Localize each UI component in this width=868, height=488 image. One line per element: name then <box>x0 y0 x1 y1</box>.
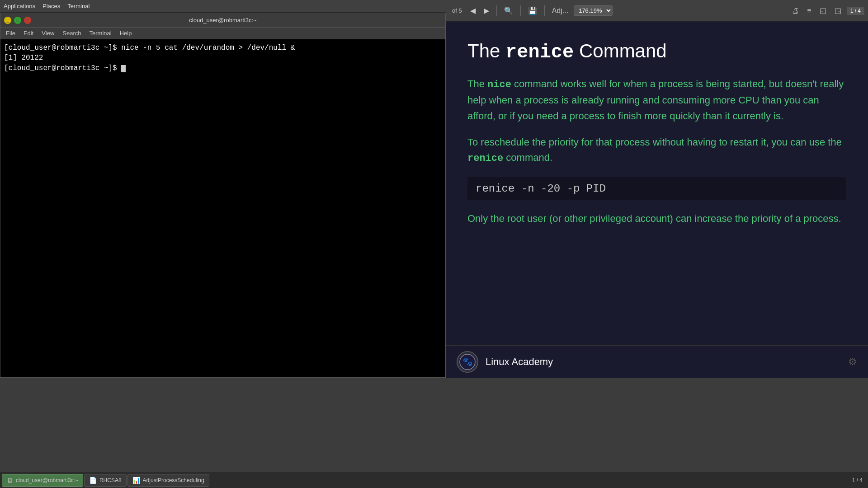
applications-menu[interactable]: Applications <box>4 3 35 9</box>
slide-title: The renice Command <box>467 40 846 64</box>
minimize-button[interactable]: _ <box>4 17 11 24</box>
shrink-button[interactable]: ◱ <box>817 5 829 17</box>
linux-academy-logo: 🐾 <box>457 351 478 373</box>
menu-edit[interactable]: Edit <box>20 28 37 38</box>
menu-file[interactable]: File <box>2 28 19 38</box>
save-pdf-button[interactable]: 💾 <box>525 5 540 17</box>
renice-code-inline: renice <box>467 153 503 164</box>
menu-help[interactable]: Help <box>116 28 136 38</box>
status-right: 1 / 4 <box>852 477 866 483</box>
toolbar-menu-button[interactable]: ≡ <box>804 5 814 17</box>
toolbar-separator-2 <box>520 5 521 16</box>
terminal-line-1: [cloud_user@robmarti3c ~]$ nice -n 5 cat… <box>4 43 442 53</box>
terminal-window: _ □ ✕ cloud_user@robmarti3c:~ File Edit … <box>0 13 446 378</box>
nice-code-1: nice <box>487 79 511 90</box>
bottom-taskbar: 🖥 cloud_user@robmarti3c:~ 📄 RHCSA8 📊 Adj… <box>0 472 868 488</box>
linux-academy-label: Linux Academy <box>486 356 553 368</box>
adjust-button[interactable]: Adj... <box>549 5 571 17</box>
search-pdf-button[interactable]: 🔍 <box>501 5 516 17</box>
svg-text:🐾: 🐾 <box>462 357 473 367</box>
terminal-line-3: [cloud_user@robmarti3c ~]$ <box>4 63 442 73</box>
slide-footer: 🐾 Linux Academy ⚙ <box>446 345 868 378</box>
zoom-selector[interactable]: 176.19% 200% 150% 125% 100% 75% 50% <box>574 5 613 16</box>
rhcsa-taskbar-icon: 📄 <box>89 477 97 484</box>
logo-svg: 🐾 <box>459 354 476 370</box>
taskbar-adjust-item[interactable]: 📊 AdjustProcessScheduling <box>127 474 209 487</box>
pdf-toolbar: of 5 ◀ ▶ 🔍 💾 Adj... 176.19% 200% 150% 12… <box>446 0 868 22</box>
terminal-title: cloud_user@robmarti3c:~ <box>31 17 415 23</box>
menu-terminal[interactable]: Terminal <box>86 28 115 38</box>
taskbar-terminal-label: cloud_user@robmarti3c:~ <box>16 477 78 483</box>
print-button[interactable]: 🖨 <box>789 5 802 17</box>
page-info: of 5 <box>449 7 465 14</box>
page-number-badge: 1 / 4 <box>847 7 864 15</box>
terminal-menubar: File Edit View Search Terminal Help <box>0 28 445 39</box>
taskbar-adjust-label: AdjustProcessScheduling <box>143 477 204 483</box>
linux-academy-settings-icon: ⚙ <box>848 356 857 368</box>
slide-paragraph-1: The nice command works well for when a p… <box>467 76 846 123</box>
terminal-taskbar-icon: 🖥 <box>7 477 13 484</box>
grow-button[interactable]: ◳ <box>832 5 844 17</box>
pdf-panel: of 5 ◀ ▶ 🔍 💾 Adj... 176.19% 200% 150% 12… <box>446 0 868 378</box>
terminal-cursor <box>121 65 126 72</box>
close-button[interactable]: ✕ <box>24 17 31 24</box>
taskbar-rhcsa-item[interactable]: 📄 RHCSA8 <box>84 474 127 487</box>
places-menu[interactable]: Places <box>42 3 60 9</box>
menu-view[interactable]: View <box>38 28 58 38</box>
slide-paragraph-2: To reschedule the priority for that proc… <box>467 135 846 166</box>
prev-page-button[interactable]: ◀ <box>467 5 478 17</box>
terminal-titlebar: _ □ ✕ cloud_user@robmarti3c:~ <box>0 13 445 28</box>
taskbar-terminal-item[interactable]: 🖥 cloud_user@robmarti3c:~ <box>2 474 83 487</box>
maximize-button[interactable]: □ <box>14 17 21 24</box>
adjust-taskbar-icon: 📊 <box>132 477 140 484</box>
next-page-button[interactable]: ▶ <box>481 5 492 17</box>
toolbar-separator-3 <box>544 5 545 16</box>
terminal-menu[interactable]: Terminal <box>67 3 90 9</box>
terminal-line-2: [1] 20122 <box>4 53 442 63</box>
slide-title-plain: The <box>467 40 505 61</box>
page-count-status: 1 / 4 <box>852 477 863 483</box>
slide-title-mono: renice <box>505 42 574 63</box>
slide-paragraph-3: Only the root user (or other privileged … <box>467 211 846 226</box>
slide-title-after: Command <box>574 40 666 61</box>
window-controls: _ □ ✕ <box>4 17 31 24</box>
menu-search[interactable]: Search <box>59 28 85 38</box>
code-block: renice -n -20 -p PID <box>467 177 846 200</box>
toolbar-right-group: 🖨 ≡ ◱ ◳ 1 / 4 <box>789 5 864 17</box>
terminal-body[interactable]: [cloud_user@robmarti3c ~]$ nice -n 5 cat… <box>0 39 445 377</box>
taskbar-rhcsa-label: RHCSA8 <box>99 477 122 483</box>
toolbar-separator-1 <box>496 5 497 16</box>
slide-content: The renice Command The nice command work… <box>446 22 868 345</box>
